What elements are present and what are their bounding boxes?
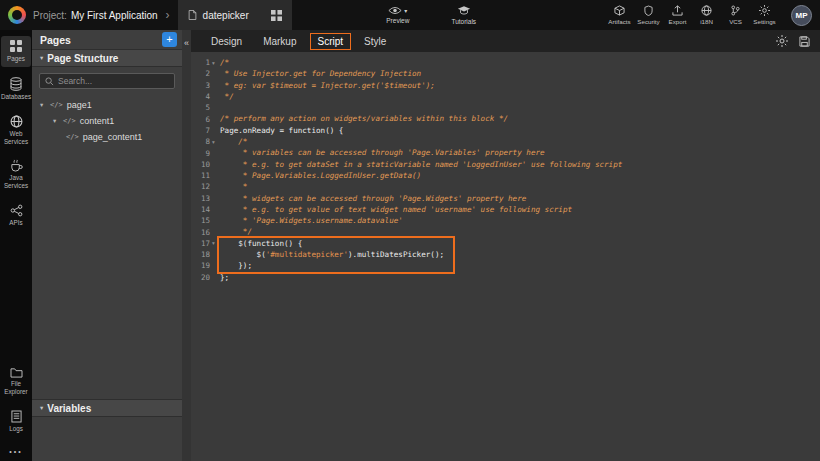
file-explorer-folder-icon [10, 367, 23, 378]
line-number[interactable]: 12 [191, 181, 217, 192]
line-number[interactable]: 1▾ [191, 57, 217, 68]
variables-section-body [32, 417, 182, 461]
code-line[interactable]: }); [220, 260, 820, 271]
code-line[interactable]: }; [220, 272, 820, 283]
code-line[interactable] [220, 102, 820, 113]
project-name: My First Application [71, 10, 158, 21]
code-line[interactable]: */ [220, 91, 820, 102]
security-button[interactable]: Security [634, 5, 663, 25]
rail-item-databases[interactable]: Databases [1, 74, 31, 105]
pages-panel: Pages + ▾ Page Structure ▾ [32, 30, 182, 461]
code-line[interactable]: * variables can be accessed through 'Pag… [220, 147, 820, 158]
preview-eye-icon [388, 6, 402, 15]
chevron-down-icon[interactable]: ▾ [40, 101, 46, 109]
user-avatar[interactable]: MP [791, 5, 812, 26]
script-editor[interactable]: 1▾2345678▾91011121314151617▾181920 /* * … [191, 52, 820, 461]
line-number[interactable]: 6 [191, 113, 217, 124]
fold-marker-icon[interactable]: ▾ [210, 139, 217, 145]
code-line[interactable]: /* perform any action on widgets/variabl… [220, 113, 820, 124]
line-number[interactable]: 19 [191, 260, 217, 271]
code-line[interactable]: * e.g. to get value of text widget named… [220, 204, 820, 215]
rail-item-logs[interactable]: Logs [1, 407, 31, 437]
code-line[interactable]: */ [220, 226, 820, 237]
tree-item-page-content1[interactable]: </> page_content1 [32, 129, 182, 145]
rail-label-apis: APIs [9, 219, 22, 227]
code-line[interactable]: * Page.Variables.LoggedInUser.getData() [220, 170, 820, 181]
dashboard-grid-icon[interactable] [271, 10, 282, 21]
logs-icon [11, 410, 22, 423]
widget-code-icon: </> [50, 101, 63, 109]
page-tab-datepicker[interactable]: datepicker [178, 0, 292, 30]
line-number[interactable]: 15 [191, 215, 217, 226]
code-line[interactable]: * Use Injector.get for Dependency Inject… [220, 68, 820, 79]
tree-item-page1[interactable]: ▾ </> page1 [32, 97, 182, 113]
line-number[interactable]: 20 [191, 272, 217, 283]
line-number[interactable]: 16 [191, 226, 217, 237]
tab-script[interactable]: Script [310, 33, 352, 50]
line-number[interactable]: 2 [191, 68, 217, 79]
java-services-cup-icon [10, 159, 23, 172]
code-line[interactable]: /* [220, 57, 820, 68]
line-number[interactable]: 9 [191, 147, 217, 158]
settings-label: Settings [753, 18, 775, 25]
line-number[interactable]: 17▾ [191, 238, 217, 249]
tree-item-label: page1 [67, 100, 92, 110]
tab-design[interactable]: Design [203, 33, 250, 50]
topbar: Project: My First Application › datepick… [0, 0, 820, 30]
widget-code-icon: </> [63, 117, 76, 125]
rail-item-apis[interactable]: APIs [1, 201, 31, 231]
rail-item-java-services[interactable]: Java Services [1, 156, 31, 194]
page-structure-title: Page Structure [47, 53, 118, 64]
artifacts-cube-icon [614, 5, 625, 16]
collapse-panel-button[interactable]: « [184, 39, 189, 48]
code-line[interactable]: Page.onReady = function() { [220, 125, 820, 136]
preview-label: Preview [386, 17, 409, 24]
variables-title: Variables [47, 403, 91, 414]
more-options-icon[interactable]: ••• [9, 448, 22, 455]
line-number[interactable]: 7 [191, 125, 217, 136]
code-line[interactable]: * [220, 181, 820, 192]
search-input[interactable] [58, 76, 169, 86]
search-icon [45, 77, 54, 86]
code-line[interactable]: * 'Page.Widgets.username.datavalue' [220, 215, 820, 226]
line-number[interactable]: 18 [191, 249, 217, 260]
line-number[interactable]: 5 [191, 102, 217, 113]
wavemaker-logo[interactable] [8, 6, 26, 24]
rail-item-pages[interactable]: Pages [1, 36, 31, 67]
code-line[interactable]: $('#multidatepicker').multiDatesPicker()… [220, 249, 820, 260]
artifacts-button[interactable]: Artifacts [605, 5, 634, 25]
editor-settings-gear-icon[interactable] [776, 35, 788, 47]
line-number[interactable]: 3 [191, 80, 217, 91]
line-number[interactable]: 11 [191, 170, 217, 181]
rail-item-file-explorer[interactable]: File Explorer [1, 364, 31, 400]
rail-label-java-services: Java Services [1, 174, 31, 190]
code-column[interactable]: /* * Use Injector.get for Dependency Inj… [220, 57, 820, 461]
chevron-down-icon[interactable]: ▾ [53, 117, 59, 125]
vcs-button[interactable]: VCS [721, 5, 750, 25]
i18n-button[interactable]: i18N [692, 5, 721, 25]
line-number[interactable]: 8▾ [191, 136, 217, 147]
rail-item-web-services[interactable]: Web Services [1, 112, 31, 150]
tab-markup[interactable]: Markup [255, 33, 304, 50]
line-number[interactable]: 13 [191, 193, 217, 204]
variables-section[interactable]: ▾ Variables [32, 399, 182, 417]
export-button[interactable]: Export [663, 5, 692, 25]
code-line[interactable]: * e.g. to get dataSet in a staticVariabl… [220, 159, 820, 170]
line-number[interactable]: 14 [191, 204, 217, 215]
fold-marker-icon[interactable]: ▾ [210, 240, 217, 246]
page-structure-section[interactable]: ▾ Page Structure [32, 50, 182, 67]
code-line[interactable]: * eg: var $timeout = Injector.get('$time… [220, 80, 820, 91]
tutorials-button[interactable]: Tutorials [451, 5, 476, 25]
line-number[interactable]: 4 [191, 91, 217, 102]
code-line[interactable]: /* [220, 136, 820, 147]
settings-button[interactable]: Settings [750, 5, 779, 25]
code-line[interactable]: $(function() { [220, 238, 820, 249]
tree-item-content1[interactable]: ▾ </> content1 [32, 113, 182, 129]
preview-button[interactable]: ▾ Preview [386, 6, 409, 24]
save-icon[interactable] [799, 36, 810, 47]
add-page-button[interactable]: + [162, 32, 177, 47]
line-number[interactable]: 10 [191, 159, 217, 170]
code-line[interactable]: * widgets can be accessed through 'Page.… [220, 193, 820, 204]
tab-style[interactable]: Style [356, 33, 394, 50]
fold-marker-icon[interactable]: ▾ [210, 60, 217, 66]
